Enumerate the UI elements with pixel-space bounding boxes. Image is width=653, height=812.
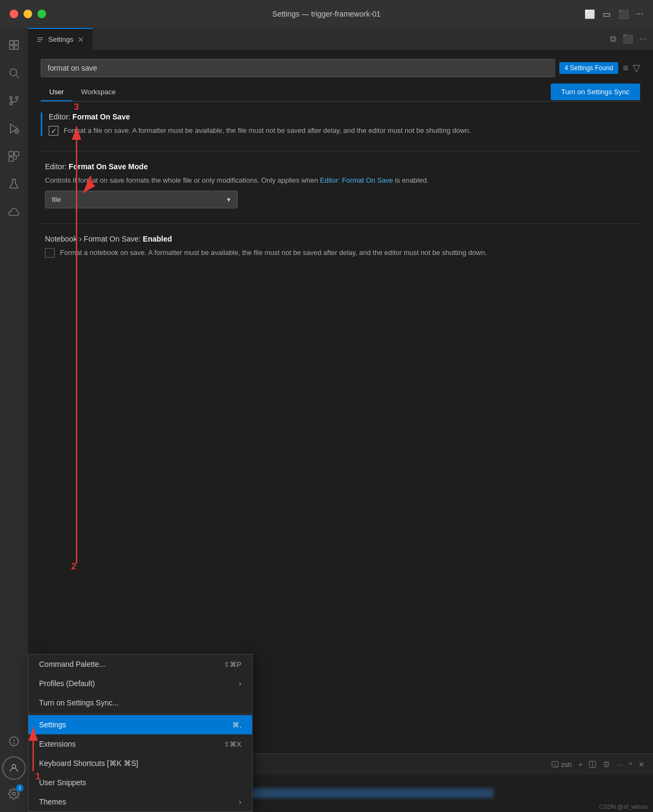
desc-2-suffix: is enabled. <box>393 176 429 184</box>
panel-close-icon[interactable]: ✕ <box>639 761 644 769</box>
gear-button[interactable]: 1 <box>2 782 26 806</box>
format-on-save-checkbox-row: Format a file on save. A formatter must … <box>49 125 640 136</box>
desc-2-text: Controls if format on save formats the w… <box>45 176 320 184</box>
setting-title-2-prefix: Editor: <box>45 162 69 171</box>
activity-bar-bottom: 1 <box>1 728 27 812</box>
notebook-format-desc: Format a notebook on save. A formatter m… <box>60 247 487 258</box>
settings-found-badge: 4 Settings Found <box>559 62 619 74</box>
dropdown-value: file <box>52 196 61 204</box>
sidebar-item-run[interactable] <box>1 116 27 141</box>
panel-actions: zsh + <box>551 761 644 769</box>
settings-tabs-row: User Workspace Turn on Settings Sync <box>41 84 640 102</box>
split-editor-icon[interactable]: ⧉ <box>610 34 616 44</box>
menu-item-themes[interactable]: Themes › <box>28 792 252 811</box>
menu-item-sync-label: Turn on Settings Sync... <box>39 698 119 707</box>
svg-point-4 <box>10 69 17 76</box>
svg-rect-15 <box>9 157 13 161</box>
filter-icon[interactable]: ▽ <box>633 62 640 74</box>
close-button[interactable] <box>10 10 18 18</box>
menu-item-snippets-label: User Snippets <box>39 778 86 787</box>
menu-item-profiles[interactable]: Profiles (Default) › <box>28 674 252 693</box>
editor-layout-icon[interactable]: ⬛ <box>622 34 633 44</box>
setting-desc-2: Controls if format on save formats the w… <box>45 175 640 186</box>
sidebar-item-extensions[interactable] <box>1 144 27 169</box>
svg-point-21 <box>12 792 16 795</box>
profiles-arrow-icon: › <box>239 679 241 688</box>
split-terminal-button[interactable] <box>589 761 596 768</box>
svg-point-8 <box>10 102 12 105</box>
setting-title-2-bold: Format On Save Mode <box>69 162 148 171</box>
menu-shortcut-cmd-palette: ⇧⌘P <box>224 660 241 668</box>
tab-workspace[interactable]: Workspace <box>72 84 124 101</box>
menu-item-settings[interactable]: Settings ⌘, <box>28 715 252 734</box>
menu-item-extensions-label: Extensions <box>39 740 75 748</box>
svg-rect-1 <box>14 41 18 44</box>
setting-format-on-save-mode: Editor: Format On Save Mode Controls if … <box>41 162 640 209</box>
svg-line-12 <box>16 130 18 133</box>
maximize-button[interactable] <box>37 10 46 18</box>
menu-item-extensions[interactable]: Extensions ⇧⌘X <box>28 734 252 754</box>
shell-name: zsh <box>561 761 572 769</box>
dropdown-arrow-icon: ▾ <box>227 196 231 204</box>
sidebar-item-flask[interactable] <box>1 171 27 197</box>
search-input[interactable] <box>41 59 555 77</box>
sync-button[interactable]: Turn on Settings Sync <box>551 84 640 100</box>
menu-item-command-palette[interactable]: Command Palette... ⇧⌘P <box>28 655 252 674</box>
sidebar-item-search[interactable] <box>1 60 27 86</box>
menu-item-themes-label: Themes <box>39 798 66 806</box>
tab-bar-actions: ⧉ ⬛ ··· <box>610 34 653 44</box>
format-on-save-link[interactable]: Editor: Format On Save <box>320 176 393 184</box>
menu-item-profiles-label: Profiles (Default) <box>39 679 95 688</box>
settings-tab[interactable]: Settings ✕ <box>28 28 93 50</box>
settings-content: 4 Settings Found ≡ ▽ User Workspace Turn… <box>28 50 653 754</box>
sidebar-item-explorer[interactable] <box>1 32 27 58</box>
divider-1 <box>41 151 640 152</box>
format-on-save-checkbox[interactable] <box>49 126 58 136</box>
new-terminal-button[interactable]: + <box>578 761 582 769</box>
window-title: Settings — trigger-framework-01 <box>272 10 381 18</box>
settings-tab-icon <box>36 36 44 43</box>
svg-point-19 <box>14 743 14 743</box>
tab-more-icon[interactable]: ··· <box>640 34 647 44</box>
titlebar-actions: ⬜ ▭ ⬛ ··· <box>584 9 643 19</box>
tab-user[interactable]: User <box>41 84 72 101</box>
settings-tabs: User Workspace <box>41 84 124 101</box>
search-bar-wrap: 4 Settings Found ≡ ▽ <box>41 59 640 77</box>
avatar[interactable] <box>2 756 26 780</box>
sidebar-item-source-control[interactable] <box>1 88 27 114</box>
svg-point-20 <box>12 764 16 768</box>
terminal-icon <box>551 761 559 768</box>
setting-title-3-bold: Enabled <box>143 235 172 243</box>
layout1-icon[interactable]: ⬜ <box>584 9 595 19</box>
panel-collapse-icon[interactable]: ^ <box>629 761 632 769</box>
menu-item-user-snippets[interactable]: User Snippets <box>28 773 252 792</box>
sidebar-item-cloud[interactable] <box>1 199 27 225</box>
layout2-icon[interactable]: ▭ <box>603 9 611 19</box>
kill-terminal-button[interactable] <box>603 761 610 768</box>
svg-rect-13 <box>9 152 13 156</box>
clear-search-icon[interactable]: ≡ <box>622 63 628 74</box>
layout3-icon[interactable]: ⬛ <box>618 9 629 19</box>
format-on-save-desc: Format a file on save. A formatter must … <box>64 125 471 136</box>
sidebar-item-warning[interactable] <box>1 728 27 754</box>
split-icon <box>589 761 596 768</box>
svg-point-7 <box>16 96 18 99</box>
menu-item-label: Command Palette... <box>39 660 105 668</box>
setting-title-1: Editor: Format On Save <box>49 112 640 121</box>
more-icon[interactable]: ··· <box>636 9 643 19</box>
panel-more-actions-icon[interactable]: ··· <box>617 761 622 769</box>
menu-item-keyboard-shortcuts[interactable]: Keyboard Shortcuts [⌘K ⌘S] <box>28 754 252 773</box>
activity-bar: 1 <box>0 28 28 812</box>
menu-shortcut-extensions: ⇧⌘X <box>224 740 241 748</box>
menu-item-settings-label: Settings <box>39 720 66 729</box>
minimize-button[interactable] <box>24 10 32 18</box>
themes-arrow-icon: › <box>239 798 241 806</box>
setting-title-3-prefix: Notebook › Format On Save: <box>45 235 143 243</box>
format-mode-dropdown[interactable]: file ▾ <box>45 191 238 208</box>
menu-item-sync[interactable]: Turn on Settings Sync... <box>28 693 252 712</box>
svg-point-6 <box>10 96 12 99</box>
context-menu: Command Palette... ⇧⌘P Profiles (Default… <box>28 654 253 812</box>
tab-close-button[interactable]: ✕ <box>78 35 84 44</box>
notebook-format-checkbox[interactable] <box>45 248 55 258</box>
terminal-shell-label: zsh <box>551 761 572 769</box>
